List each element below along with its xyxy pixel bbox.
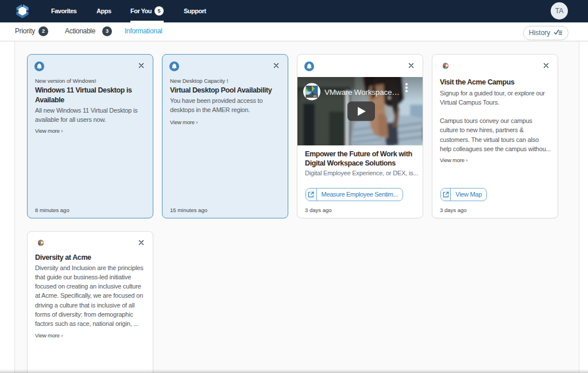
svg-text:vm: vm: [313, 95, 316, 98]
svg-text:VMware Workspace…: VMware Workspace…: [324, 88, 400, 97]
